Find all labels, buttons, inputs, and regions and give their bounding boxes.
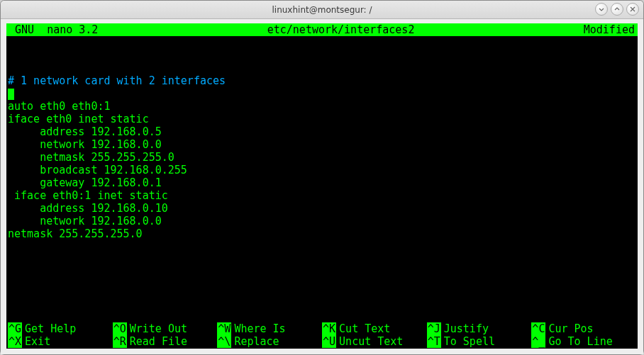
shortcut-bar: ^GGet Help^OWrite Out^WWhere Is^KCut Tex… bbox=[6, 322, 638, 349]
shortcut-key: ^U bbox=[322, 335, 336, 348]
editor-line: netmask 255.255.255.0 bbox=[8, 151, 174, 164]
editor-line: auto eth0 eth0:1 bbox=[8, 100, 111, 113]
editor-area[interactable]: # 1 network card with 2 interfaces auto … bbox=[6, 36, 638, 240]
shortcut-justify[interactable]: ^JJustify bbox=[427, 322, 532, 335]
shortcut-label: Replace bbox=[231, 335, 279, 348]
terminal-padding: GNU nano 3.2 etc/network/interfaces2 Mod… bbox=[1, 19, 643, 354]
shortcut-where-is[interactable]: ^WWhere Is bbox=[217, 322, 322, 335]
shortcut-label: Read File bbox=[127, 335, 187, 348]
nano-version: GNU nano 3.2 bbox=[8, 23, 98, 36]
shortcut-key: ^_ bbox=[531, 335, 545, 348]
shortcut-key: ^K bbox=[322, 322, 336, 335]
shortcut-write-out[interactable]: ^OWrite Out bbox=[113, 322, 218, 335]
shortcut-label: Write Out bbox=[127, 322, 187, 335]
window-controls bbox=[595, 3, 639, 16]
shortcut-label: Where Is bbox=[231, 322, 285, 335]
shortcut-label: Get Help bbox=[22, 322, 76, 335]
shortcut-get-help[interactable]: ^GGet Help bbox=[8, 322, 113, 335]
shortcut-label: Cut Text bbox=[336, 322, 390, 335]
nano-status: Modified bbox=[584, 23, 636, 36]
minimize-button[interactable] bbox=[595, 3, 608, 16]
shortcut-exit[interactable]: ^XExit bbox=[8, 335, 113, 348]
shortcut-label: Uncut Text bbox=[336, 335, 403, 348]
editor-line: broadcast 192.168.0.255 bbox=[8, 164, 187, 176]
window-title: linuxhint@montsegur: / bbox=[272, 5, 372, 15]
shortcut-key: ^O bbox=[113, 322, 127, 335]
terminal[interactable]: GNU nano 3.2 etc/network/interfaces2 Mod… bbox=[6, 23, 638, 349]
shortcut-replace[interactable]: ^\Replace bbox=[217, 335, 322, 348]
shortcut-key: ^T bbox=[427, 335, 441, 348]
terminal-window: linuxhint@montsegur: / GNU nano 3.2 etc/… bbox=[0, 0, 644, 355]
nano-filename: etc/network/interfaces2 bbox=[98, 23, 583, 36]
editor-line: network 192.168.0.0 bbox=[8, 138, 162, 151]
shortcut-cur-pos[interactable]: ^CCur Pos bbox=[531, 322, 636, 335]
shortcut-cut-text[interactable]: ^KCut Text bbox=[322, 322, 427, 335]
shortcut-key: ^\ bbox=[217, 335, 231, 348]
shortcut-row-1: ^GGet Help^OWrite Out^WWhere Is^KCut Tex… bbox=[8, 322, 636, 335]
shortcut-to-spell[interactable]: ^TTo Spell bbox=[427, 335, 532, 348]
editor-line: netmask 255.255.255.0 bbox=[8, 227, 143, 240]
editor-line: address 192.168.0.10 bbox=[8, 202, 168, 215]
shortcut-label: To Spell bbox=[441, 335, 495, 348]
shortcut-go-to-line[interactable]: ^_Go To Line bbox=[531, 335, 636, 348]
maximize-button[interactable] bbox=[611, 3, 623, 16]
shortcut-label: Cur Pos bbox=[545, 322, 593, 335]
shortcut-key: ^W bbox=[217, 322, 231, 335]
shortcut-label: Exit bbox=[22, 335, 50, 348]
editor-line: iface eth0:1 inet static bbox=[8, 189, 168, 202]
shortcut-key: ^J bbox=[427, 322, 441, 335]
shortcut-label: Go To Line bbox=[545, 335, 612, 348]
editor-line: network 192.168.0.0 bbox=[8, 215, 162, 227]
shortcut-key: ^R bbox=[113, 335, 127, 348]
editor-line: address 192.168.0.5 bbox=[8, 125, 162, 138]
cursor bbox=[8, 89, 14, 100]
shortcut-key: ^G bbox=[8, 322, 22, 335]
shortcut-label: Justify bbox=[441, 322, 489, 335]
editor-line: iface eth0 inet static bbox=[8, 113, 149, 125]
shortcut-key: ^X bbox=[8, 335, 22, 348]
shortcut-key: ^C bbox=[531, 322, 545, 335]
nano-header: GNU nano 3.2 etc/network/interfaces2 Mod… bbox=[6, 23, 638, 36]
shortcut-row-2: ^XExit^RRead File^\Replace^UUncut Text^T… bbox=[8, 335, 636, 348]
shortcut-read-file[interactable]: ^RRead File bbox=[113, 335, 218, 348]
shortcut-uncut-text[interactable]: ^UUncut Text bbox=[322, 335, 427, 348]
close-button[interactable] bbox=[626, 3, 639, 16]
editor-line: gateway 192.168.0.1 bbox=[8, 176, 162, 189]
window-titlebar[interactable]: linuxhint@montsegur: / bbox=[1, 1, 643, 19]
comment-line: # 1 network card with 2 interfaces bbox=[8, 74, 226, 87]
